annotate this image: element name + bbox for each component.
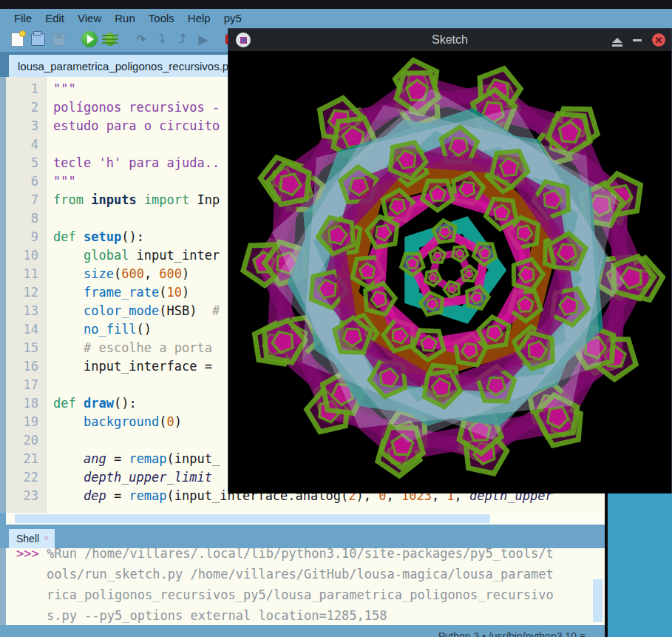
line-number: 6 [6,172,47,191]
line-number: 5 [6,154,47,172]
interpreter-status[interactable]: Python 3 • /usr/bin/python3.10 ≡ [438,630,586,637]
debug-button[interactable] [101,30,120,49]
close-icon[interactable]: ✕ [652,33,665,47]
editor-hscrollbar[interactable] [0,513,608,527]
run-icon [81,31,98,47]
save-file-button [49,30,68,49]
line-number: 16 [6,357,47,376]
line-number: 4 [6,135,47,154]
menu-edit[interactable]: Edit [38,10,71,26]
step-out-icon: ⤴ [180,33,186,46]
line-number: 7 [6,191,47,209]
menu-bar: FileEditViewRunToolsHelppy5 [0,9,672,27]
resume-button: ▶ [194,30,213,49]
sketch-window[interactable]: Sketch ✕ [228,28,672,493]
shell-tab-bar: Shell × [0,527,608,548]
sketch-canvas[interactable] [228,51,671,493]
ide-window-border [605,493,608,637]
shell-panel[interactable]: >>> %Run /home/villares/.local/lib/pytho… [0,548,608,625]
line-number: 15 [6,339,47,357]
line-number: 23 [6,487,47,505]
step-into-icon: ⤵ [159,33,165,46]
shell-line: >>> %Run /home/villares/.local/lib/pytho… [16,548,608,564]
line-number: 8 [6,209,47,228]
shade-window-icon[interactable] [612,38,622,43]
shell-tab-close-icon[interactable]: × [44,533,49,544]
tab-shell[interactable]: Shell × [9,529,55,548]
menu-run[interactable]: Run [108,10,142,26]
menu-tools[interactable]: Tools [142,10,181,26]
shell-vscrollbar[interactable] [592,576,603,625]
line-number: 11 [6,265,47,283]
open-file-button[interactable] [28,30,47,49]
minimize-icon[interactable] [633,39,642,41]
status-bar: Python 3 • /usr/bin/python3.10 ≡ [0,625,608,637]
sketch-window-title: Sketch [228,33,671,47]
menu-help[interactable]: Help [181,10,217,26]
line-number: 21 [6,450,47,468]
step-over-icon: ↷ [136,33,146,47]
menu-file[interactable]: File [7,10,38,26]
debug-bug-icon [105,33,115,46]
shell-tab-label: Shell [16,533,39,545]
line-number: 3 [6,117,47,135]
open-file-icon [31,33,45,46]
new-file-icon [11,33,24,47]
shell-line: ools/run_sketch.py /home/villares/GitHub… [16,564,608,584]
line-number: 22 [6,468,47,487]
menu-py5[interactable]: py5 [217,10,248,26]
step-into-button: ⤵ [152,30,172,49]
line-number: 12 [6,283,47,302]
new-file-button[interactable] [7,30,27,49]
line-number: 14 [6,320,47,339]
sketch-titlebar[interactable]: Sketch ✕ [228,29,671,51]
step-out-button: ⤴ [173,30,192,49]
line-number: 13 [6,302,47,320]
shell-line: rica_poligonos_recursivos_py5/lousa_para… [16,584,608,605]
tab-lousa-parametrica[interactable]: lousa_parametrica_poligonos_recursivos.p… [9,55,254,77]
step-over-button: ↷ [132,30,151,49]
line-number: 17 [6,376,47,394]
line-number: 20 [6,431,47,450]
save-file-icon [52,33,65,46]
hscrollbar-track[interactable] [6,513,605,525]
line-number: 10 [6,246,47,265]
shell-line: s.py --py5_options external location=128… [16,605,608,625]
hscrollbar-thumb[interactable] [15,514,490,523]
menu-view[interactable]: View [71,10,108,26]
resume-icon: ▶ [199,33,208,47]
shell-vscrollbar-thumb[interactable] [593,579,603,622]
run-button[interactable] [80,30,99,49]
line-number: 9 [6,228,47,246]
line-number: 1 [6,80,47,98]
window-titlebar-strip [0,0,672,9]
line-number: 2 [6,98,47,117]
line-number: 19 [6,413,47,431]
line-number: 18 [6,394,47,413]
tab-title: lousa_parametrica_poligonos_recursivos.p… [18,60,234,73]
